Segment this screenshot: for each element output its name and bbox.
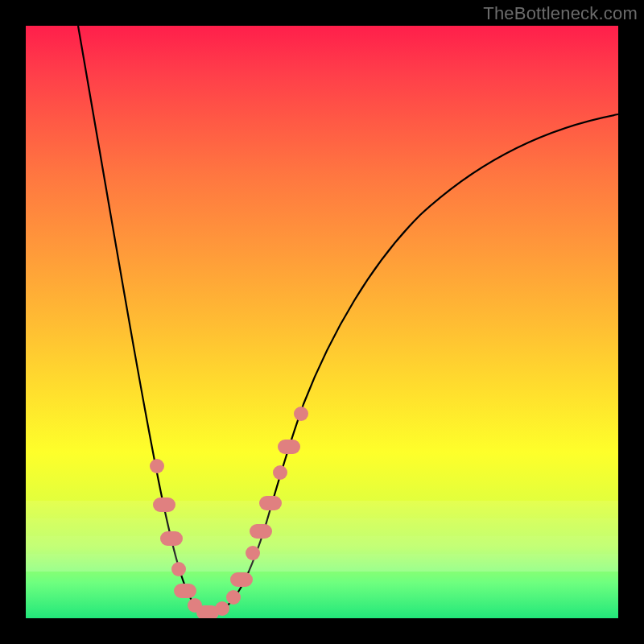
data-point-marker xyxy=(174,584,196,598)
plot-area xyxy=(26,26,618,618)
highlight-band xyxy=(26,518,618,536)
data-point-marker xyxy=(278,440,300,454)
data-point-marker xyxy=(230,572,253,587)
highlight-band xyxy=(26,536,618,554)
chart-frame: TheBottleneck.com xyxy=(0,0,644,644)
data-point-marker xyxy=(153,497,175,512)
data-point-marker xyxy=(246,546,260,560)
highlight-band xyxy=(26,554,618,572)
watermark-text: TheBottleneck.com xyxy=(483,3,638,24)
data-point-marker xyxy=(259,496,282,510)
data-point-marker xyxy=(215,601,229,616)
data-point-marker xyxy=(273,465,287,480)
data-point-marker xyxy=(150,459,164,473)
data-point-marker xyxy=(171,562,186,576)
data-point-marker xyxy=(160,531,183,546)
highlight-band xyxy=(26,501,618,518)
data-point-marker xyxy=(294,407,308,421)
data-point-marker xyxy=(250,524,272,539)
data-point-marker xyxy=(226,590,241,605)
